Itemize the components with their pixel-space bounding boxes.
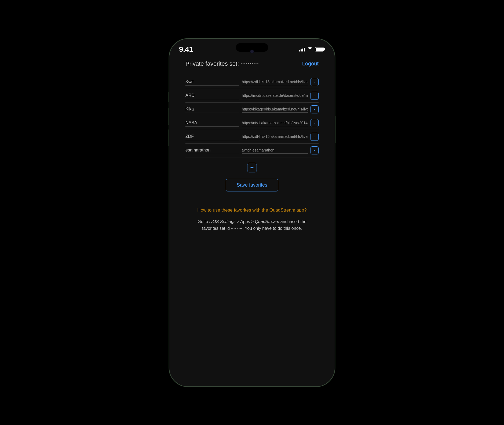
help-text: Go to tvOS Settings > Apps > QuadStream …: [191, 218, 313, 232]
battery-fill: [316, 48, 323, 51]
help-text-italic1: tvOS Settings: [209, 219, 236, 224]
favorite-row: -: [185, 130, 319, 144]
favorite-row: -: [185, 103, 319, 116]
favorites-id-dots: •••• ••••: [231, 226, 243, 231]
favorite-url-input[interactable]: [242, 147, 308, 154]
save-favorites-button[interactable]: Save favorites: [226, 179, 278, 191]
favorite-name-input[interactable]: [185, 133, 239, 140]
favorites-set-id: ••••••••••: [240, 62, 259, 66]
add-favorite-button[interactable]: +: [247, 163, 257, 172]
favorite-name-input[interactable]: [185, 119, 239, 127]
phone-frame: 9.41: [169, 38, 335, 387]
header-row: Private favorites set: •••••••••• Logout: [185, 60, 319, 67]
remove-favorite-button[interactable]: -: [311, 146, 319, 154]
page-title: Private favorites set: ••••••••••: [185, 60, 259, 67]
page-title-text: Private favorites set:: [185, 60, 239, 67]
battery-icon: [315, 47, 325, 51]
front-camera: [250, 50, 254, 53]
favorites-list: ------: [185, 75, 319, 157]
favorite-url-input[interactable]: [242, 92, 308, 99]
favorite-row: -: [185, 116, 319, 130]
phone-mockup: 9.41: [169, 38, 335, 387]
help-link[interactable]: How to use these favorites with the Quad…: [191, 208, 313, 213]
status-icons: [299, 46, 325, 52]
favorite-url-input[interactable]: [242, 79, 308, 85]
favorite-name-input[interactable]: [185, 147, 239, 154]
favorite-row: -: [185, 89, 319, 103]
favorite-url-input[interactable]: [242, 120, 308, 126]
signal-icon: [299, 47, 305, 51]
dynamic-island: [236, 43, 268, 52]
remove-favorite-button[interactable]: -: [311, 119, 319, 127]
help-text-end: . You only have to do this once.: [242, 226, 302, 231]
help-text-gt1: > Apps >: [236, 219, 255, 224]
help-text-italic2: QuadStream: [255, 219, 279, 224]
battery-tip: [324, 48, 325, 50]
favorite-url-input[interactable]: [242, 106, 308, 113]
remove-favorite-button[interactable]: -: [311, 133, 319, 141]
help-text-before: Go to: [198, 219, 209, 224]
main-content: Private favorites set: •••••••••• Logout…: [169, 55, 335, 237]
power-button: [335, 116, 336, 143]
remove-favorite-button[interactable]: -: [311, 92, 319, 100]
status-time: 9.41: [179, 45, 193, 54]
help-section: How to use these favorites with the Quad…: [185, 208, 319, 232]
favorite-url-input[interactable]: [242, 133, 308, 140]
logout-button[interactable]: Logout: [302, 61, 319, 67]
favorite-row: -: [185, 75, 319, 89]
wifi-icon: [307, 46, 313, 52]
favorite-name-input[interactable]: [185, 106, 239, 113]
signal-bar-1: [299, 50, 300, 51]
favorite-name-input[interactable]: [185, 92, 239, 99]
phone-screen: 9.41: [169, 39, 335, 386]
remove-favorite-button[interactable]: -: [311, 78, 319, 86]
signal-bar-4: [304, 48, 305, 51]
remove-favorite-button[interactable]: -: [311, 105, 319, 113]
battery-body: [315, 47, 324, 51]
favorite-name-input[interactable]: [185, 78, 239, 86]
favorite-row: -: [185, 144, 319, 157]
signal-bar-2: [301, 49, 302, 51]
signal-bar-3: [302, 49, 303, 51]
